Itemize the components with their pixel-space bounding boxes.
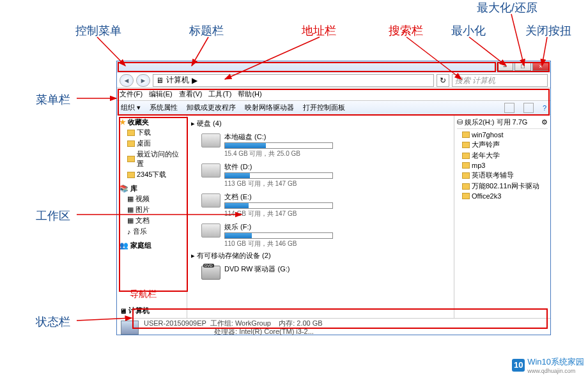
- folder-icon: [462, 142, 470, 148]
- nav-downloads[interactable]: 下载: [120, 127, 184, 138]
- nav-favorites[interactable]: 收藏夹: [128, 117, 149, 127]
- drive-bar: [224, 142, 333, 149]
- maximize-button[interactable]: □: [514, 62, 531, 71]
- address-bar[interactable]: 🖥 计算机 ▶: [153, 74, 434, 87]
- folder-icon: [462, 193, 470, 199]
- drive-1[interactable]: 软件 (D:)113 GB 可用，共 147 GB: [191, 160, 450, 190]
- nav-music[interactable]: ♪音乐: [120, 226, 184, 237]
- cmd-map-network[interactable]: 映射网络驱动器: [245, 103, 294, 112]
- svg-line-5: [511, 14, 524, 66]
- rp-item-5[interactable]: 万能802.11n网卡驱动: [457, 181, 548, 192]
- anno-search-bar: 搜索栏: [389, 23, 423, 38]
- folder-icon: [462, 183, 470, 190]
- cmd-control-panel[interactable]: 打开控制面板: [303, 103, 345, 112]
- drive-2[interactable]: 文档 (E:)114 GB 可用，共 147 GB: [191, 190, 450, 220]
- folder-icon: [462, 132, 470, 138]
- folder-icon: [127, 156, 135, 162]
- nav-caption: 导航栏: [130, 289, 157, 300]
- anno-work-area: 工作区: [36, 208, 70, 223]
- drives-header[interactable]: ▸ 硬盘 (4): [191, 117, 450, 130]
- document-icon: ▦: [127, 216, 134, 225]
- folder-icon: [462, 153, 470, 159]
- preview-pane-icon[interactable]: [523, 103, 534, 113]
- menu-file[interactable]: 文件(F): [120, 89, 143, 99]
- nav-desktop[interactable]: 桌面: [120, 138, 184, 149]
- drive-dvd[interactable]: DVD RW 驱动器 (G:): [191, 262, 450, 281]
- drive-icon: [201, 193, 220, 208]
- drive-name: 软件 (D:): [224, 162, 450, 172]
- breadcrumb-sep-icon[interactable]: ▶: [192, 76, 197, 85]
- cmd-organize[interactable]: 组织 ▾: [121, 103, 141, 112]
- main-pane: ▸ 硬盘 (4) 本地磁盘 (C:)15.4 GB 可用，共 25.0 GB软件…: [187, 115, 454, 318]
- preview-pane: ⛁娱乐2(H:) 可用 7.7G⚙ win7ghost大声铃声老年大学mp3英语…: [454, 115, 550, 318]
- nav-videos[interactable]: ▦视频: [120, 193, 184, 204]
- computer-icon: 🖥: [120, 307, 127, 315]
- nav-2345[interactable]: 2345下载: [120, 169, 184, 180]
- drive-name: 娱乐 (F:): [224, 222, 450, 232]
- library-icon: 📚: [120, 185, 128, 193]
- drive-name: 文档 (E:): [224, 192, 450, 202]
- explorer-window: – □ × ◄ ► 🖥 计算机 ▶ ↻ 搜索 计算机 文件(F) 编辑(E) 查…: [116, 61, 551, 335]
- help-icon[interactable]: ?: [543, 104, 546, 112]
- rp-item-3[interactable]: mp3: [457, 161, 548, 170]
- menu-help[interactable]: 帮助(H): [238, 89, 261, 99]
- star-icon: ★: [120, 118, 126, 126]
- view-mode-icon[interactable]: [504, 103, 514, 113]
- folder-icon: [127, 130, 135, 136]
- drive-name: 本地磁盘 (C:): [224, 132, 450, 142]
- refresh-button[interactable]: ↻: [437, 74, 449, 87]
- menu-view[interactable]: 查看(V): [179, 89, 203, 99]
- cmd-system-properties[interactable]: 系统属性: [150, 103, 178, 112]
- rp-item-0[interactable]: win7ghost: [457, 130, 548, 139]
- drive-icon: [201, 223, 220, 238]
- drive-icon: [201, 133, 220, 147]
- watermark: 10 Win10系统家园www.qdhuajin.com: [512, 356, 584, 374]
- anno-status-bar: 状态栏: [36, 314, 70, 329]
- title-bar[interactable]: – □ ×: [117, 61, 550, 73]
- computer-icon: [121, 321, 139, 335]
- nav-libraries[interactable]: 库: [130, 184, 137, 193]
- rp-header: 娱乐2(H:) 可用 7.7G: [465, 117, 527, 127]
- drive-free: 114 GB 可用，共 147 GB: [224, 209, 450, 218]
- drive-bar: [224, 232, 333, 239]
- close-button[interactable]: ×: [532, 62, 549, 71]
- folder-icon: [462, 162, 470, 169]
- drive-icon: ⛁: [457, 118, 463, 126]
- folder-icon: [127, 140, 135, 147]
- rp-item-6[interactable]: Office2k3: [457, 192, 548, 200]
- nav-bar: ◄ ► 🖥 计算机 ▶ ↻ 搜索 计算机: [117, 73, 550, 88]
- rp-item-4[interactable]: 英语联考辅导: [457, 170, 548, 181]
- picture-icon: ▦: [127, 206, 134, 214]
- gear-icon[interactable]: ⚙: [541, 118, 548, 126]
- computer-icon: 🖥: [156, 76, 164, 85]
- drive-0[interactable]: 本地磁盘 (C:)15.4 GB 可用，共 25.0 GB: [191, 130, 450, 160]
- video-icon: ▦: [127, 195, 134, 203]
- dvd-icon: [201, 266, 220, 280]
- nav-recent[interactable]: 最近访问的位置: [120, 149, 184, 169]
- minimize-button[interactable]: –: [497, 62, 513, 71]
- anno-control-menu: 控制菜单: [75, 23, 121, 38]
- music-icon: ♪: [127, 228, 131, 236]
- forward-button[interactable]: ►: [136, 74, 150, 87]
- menu-tools[interactable]: 工具(T): [208, 89, 231, 99]
- rp-item-2[interactable]: 老年大学: [457, 150, 548, 161]
- nav-pictures[interactable]: ▦图片: [120, 204, 184, 215]
- anno-close: 关闭按扭: [525, 23, 571, 38]
- removable-header[interactable]: ▸ 有可移动存储的设备 (2): [191, 250, 450, 262]
- anno-menu-bar: 菜单栏: [36, 92, 70, 107]
- drive-3[interactable]: 娱乐 (F:)110 GB 可用，共 146 GB: [191, 220, 450, 250]
- back-button[interactable]: ◄: [120, 74, 134, 87]
- nav-computer[interactable]: 计算机: [128, 306, 150, 315]
- address-crumb[interactable]: 计算机: [166, 75, 189, 86]
- anno-max-restore: 最大化/还原: [477, 0, 538, 15]
- search-input[interactable]: 搜索 计算机: [452, 74, 548, 87]
- rp-item-1[interactable]: 大声铃声: [457, 139, 548, 150]
- nav-homegroup[interactable]: 家庭组: [130, 241, 151, 250]
- nav-documents[interactable]: ▦文档: [120, 215, 184, 226]
- watermark-icon: 10: [512, 359, 525, 372]
- status-bar: USER-20150909EP 工作组: WorkGroup 内存: 2.00 …: [117, 318, 550, 336]
- menu-edit[interactable]: 编辑(E): [149, 89, 173, 99]
- drive-free: 113 GB 可用，共 147 GB: [224, 179, 450, 188]
- folder-icon: [462, 172, 470, 179]
- cmd-uninstall[interactable]: 卸载或更改程序: [187, 103, 236, 112]
